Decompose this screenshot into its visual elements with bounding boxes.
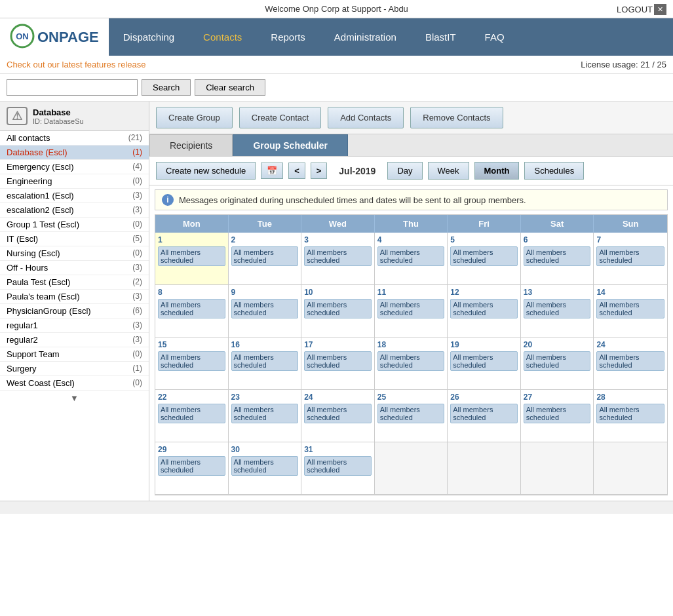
calendar-cell[interactable]: 27All members scheduled <box>521 390 594 442</box>
calendar-cell[interactable] <box>594 442 667 495</box>
day-view-button[interactable]: Day <box>387 162 422 180</box>
calendar-cell[interactable]: 29All members scheduled <box>155 442 229 495</box>
contact-item[interactable]: Surgery(1) <box>0 362 149 376</box>
calendar-cell[interactable]: 14All members scheduled <box>594 285 667 337</box>
calendar-cell[interactable]: 24All members scheduled <box>594 337 667 390</box>
calendar-cell[interactable]: 3All members scheduled <box>301 233 375 285</box>
contact-item[interactable]: Support Team(0) <box>0 347 149 362</box>
calendar-event[interactable]: All members scheduled <box>304 246 372 266</box>
calendar-cell[interactable]: 10All members scheduled <box>301 285 375 337</box>
contact-item[interactable]: PhysicianGroup (Escl)(6) <box>0 304 149 318</box>
nav-blastit[interactable]: BlastIT <box>411 18 471 56</box>
calendar-cell[interactable]: 2All members scheduled <box>229 233 302 285</box>
calendar-icon-button[interactable]: 📅 <box>261 163 283 179</box>
calendar-cell[interactable]: 24All members scheduled <box>301 390 375 442</box>
calendar-cell[interactable]: 11All members scheduled <box>375 285 448 337</box>
prev-month-button[interactable]: < <box>288 163 305 179</box>
contact-item[interactable]: Emergency (Escl)(4) <box>0 160 149 174</box>
calendar-event[interactable]: All members scheduled <box>377 404 445 423</box>
feature-link[interactable]: Check out our latest features release <box>7 60 145 69</box>
contact-item[interactable]: Nursing (Escl)(0) <box>0 246 149 261</box>
month-view-button[interactable]: Month <box>474 162 520 180</box>
nav-faq[interactable]: FAQ <box>471 18 519 56</box>
calendar-event[interactable]: All members scheduled <box>231 404 299 423</box>
search-input[interactable] <box>7 79 138 96</box>
calendar-cell[interactable]: 16All members scheduled <box>229 337 302 390</box>
contact-item[interactable]: Paula Test (Escl)(2) <box>0 275 149 290</box>
calendar-cell[interactable]: 12All members scheduled <box>448 285 521 337</box>
calendar-event[interactable]: All members scheduled <box>596 299 664 318</box>
calendar-event[interactable]: All members scheduled <box>158 246 225 266</box>
sidebar-scroll-down[interactable]: ▼ <box>0 391 149 406</box>
nav-contacts[interactable]: Contacts <box>189 18 256 56</box>
calendar-event[interactable]: All members scheduled <box>231 456 299 476</box>
calendar-event[interactable]: All members scheduled <box>524 299 591 318</box>
create-schedule-button[interactable]: Create new schedule <box>156 162 256 180</box>
calendar-event[interactable]: All members scheduled <box>231 246 299 266</box>
calendar-cell[interactable]: 5All members scheduled <box>448 233 521 285</box>
logout-link[interactable]: LOGOUT <box>617 5 653 14</box>
calendar-event[interactable]: All members scheduled <box>231 299 299 318</box>
calendar-event[interactable]: All members scheduled <box>304 299 372 318</box>
contact-item[interactable]: IT (Escl)(5) <box>0 232 149 246</box>
search-button[interactable]: Search <box>142 79 191 96</box>
calendar-event[interactable]: All members scheduled <box>596 351 664 371</box>
calendar-cell[interactable]: 1All members scheduled <box>155 233 229 285</box>
contact-item[interactable]: Off - Hours(3) <box>0 261 149 275</box>
logout-button[interactable]: ✕ <box>654 4 666 15</box>
calendar-cell[interactable]: 6All members scheduled <box>521 233 594 285</box>
calendar-cell[interactable]: 18All members scheduled <box>375 337 448 390</box>
contact-item[interactable]: Database (Escl)(1) <box>0 145 149 160</box>
calendar-event[interactable]: All members scheduled <box>304 404 372 423</box>
calendar-event[interactable]: All members scheduled <box>524 404 591 423</box>
remove-contacts-button[interactable]: Remove Contacts <box>410 107 503 128</box>
calendar-cell[interactable]: 30All members scheduled <box>229 442 302 495</box>
create-group-button[interactable]: Create Group <box>156 107 233 128</box>
calendar-event[interactable]: All members scheduled <box>596 404 664 423</box>
calendar-event[interactable]: All members scheduled <box>158 456 225 476</box>
contact-item[interactable]: West Coast (Escl)(0) <box>0 376 149 391</box>
calendar-event[interactable]: All members scheduled <box>450 404 518 423</box>
calendar-cell[interactable]: 4All members scheduled <box>375 233 448 285</box>
tab-group-scheduler[interactable]: Group Scheduler <box>233 134 348 156</box>
calendar-event[interactable]: All members scheduled <box>231 351 299 371</box>
calendar-cell[interactable]: 25All members scheduled <box>375 390 448 442</box>
calendar-event[interactable]: All members scheduled <box>524 351 591 371</box>
calendar-cell[interactable]: 22All members scheduled <box>155 390 229 442</box>
calendar-event[interactable]: All members scheduled <box>450 299 518 318</box>
calendar-event[interactable]: All members scheduled <box>158 404 225 423</box>
calendar-event[interactable]: All members scheduled <box>304 351 372 371</box>
clear-search-button[interactable]: Clear search <box>195 79 265 96</box>
calendar-cell[interactable]: 9All members scheduled <box>229 285 302 337</box>
calendar-cell[interactable]: 31All members scheduled <box>301 442 375 495</box>
nav-administration[interactable]: Administration <box>320 18 411 56</box>
calendar-event[interactable]: All members scheduled <box>377 351 445 371</box>
calendar-event[interactable]: All members scheduled <box>596 246 664 266</box>
calendar-event[interactable]: All members scheduled <box>377 299 445 318</box>
contact-item[interactable]: Engineering(0) <box>0 174 149 189</box>
calendar-event[interactable]: All members scheduled <box>158 351 225 371</box>
contact-item[interactable]: regular1(3) <box>0 318 149 333</box>
bottom-scrollbar[interactable] <box>0 501 673 514</box>
contact-item[interactable]: Paula's team (Escl)(3) <box>0 290 149 304</box>
calendar-cell[interactable]: 20All members scheduled <box>521 337 594 390</box>
create-contact-button[interactable]: Create Contact <box>239 107 321 128</box>
calendar-cell[interactable]: 15All members scheduled <box>155 337 229 390</box>
calendar-event[interactable]: All members scheduled <box>450 246 518 266</box>
next-month-button[interactable]: > <box>311 163 328 179</box>
add-contacts-button[interactable]: Add Contacts <box>328 107 404 128</box>
calendar-cell[interactable]: 28All members scheduled <box>594 390 667 442</box>
nav-dispatching[interactable]: Dispatching <box>109 18 189 56</box>
calendar-cell[interactable]: 7All members scheduled <box>594 233 667 285</box>
calendar-cell[interactable]: 17All members scheduled <box>301 337 375 390</box>
calendar-event[interactable]: All members scheduled <box>304 456 372 476</box>
tab-recipients[interactable]: Recipients <box>149 134 233 156</box>
calendar-cell[interactable]: 23All members scheduled <box>229 390 302 442</box>
contact-item[interactable]: Group 1 Test (Escl)(0) <box>0 218 149 232</box>
calendar-cell[interactable]: 8All members scheduled <box>155 285 229 337</box>
calendar-cell[interactable]: 13All members scheduled <box>521 285 594 337</box>
calendar-cell[interactable] <box>448 442 521 495</box>
contact-item[interactable]: escalation1 (Escl)(3) <box>0 189 149 203</box>
calendar-cell[interactable]: 26All members scheduled <box>448 390 521 442</box>
week-view-button[interactable]: Week <box>428 162 469 180</box>
